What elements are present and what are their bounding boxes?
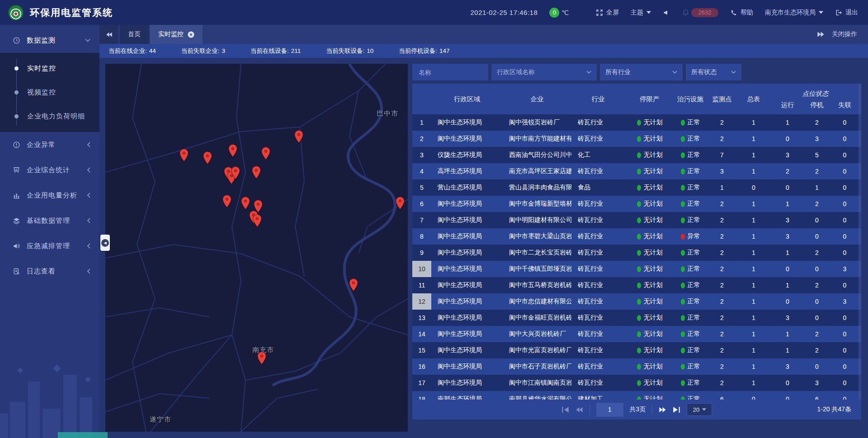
sidebar-item-power-load-detail[interactable]: 企业电力负荷明细	[0, 104, 99, 128]
col-monitor: 监测点	[706, 84, 738, 114]
sidebar-item-label: 日志查看	[27, 267, 56, 276]
chevron-left-icon	[87, 243, 90, 249]
table-scrollbar[interactable]	[859, 84, 861, 400]
status-dot	[681, 152, 685, 158]
region-select-value: 行政区域名称	[497, 68, 535, 76]
announcement-button[interactable]	[663, 9, 670, 16]
alert-circle-icon	[13, 141, 20, 149]
name-search-input[interactable]	[418, 68, 483, 76]
table-row[interactable]: 6 阆中生态环境局 阆中市金博瑞新型墙材 砖瓦行业 无计划 正常 2 1 1 2…	[412, 196, 861, 212]
temperature-unit: ℃	[561, 9, 569, 16]
industry-select[interactable]: 所有行业	[600, 64, 683, 80]
close-icon[interactable]	[188, 31, 194, 38]
table-row[interactable]: 5 营山生态环境局 营山县润丰肉食品有限 食品 无计划 正常 1 0 0 1 0	[412, 179, 861, 196]
sidebar-item-label: 企业异常	[27, 141, 56, 149]
first-page-button[interactable]	[561, 407, 569, 413]
table-row[interactable]: 16 阆中生态环境局 阆中市石子页岩机砖厂 砖瓦行业 无计划 正常 2 1 3 …	[412, 358, 861, 375]
status-dot	[637, 331, 641, 337]
chevron-down-icon	[731, 71, 736, 74]
name-search-field[interactable]	[412, 64, 488, 80]
map-pin-icon[interactable]	[241, 197, 250, 210]
map-pin-icon[interactable]	[294, 130, 304, 143]
sidebar-item-emergency-reduction[interactable]: 应急减排管理	[0, 233, 99, 259]
table-row[interactable]: 15 阆中生态环境局 阆中市光富页岩机砖厂 砖瓦行业 无计划 正常 2 1 1 …	[412, 342, 861, 358]
city-skyline-watermark	[0, 366, 99, 438]
status-dot	[681, 348, 685, 353]
org-name: 南充市生态环境局	[765, 9, 816, 17]
sidebar-submenu: 实时监控 视频监控 企业电力负荷明细	[0, 53, 99, 132]
next-page-button[interactable]	[659, 407, 666, 413]
map-pin-icon[interactable]	[228, 144, 238, 157]
gauge-icon	[13, 37, 20, 44]
caret-down-icon	[646, 11, 651, 14]
table-row[interactable]: 2 阆中生态环境局 阆中市南方节能建材有 砖瓦行业 无计划 正常 2 1 0 3…	[412, 131, 861, 147]
last-page-button[interactable]	[673, 407, 680, 413]
sidebar-item-realtime-monitor[interactable]: 实时监控	[0, 57, 99, 80]
tab-home[interactable]: 首页	[120, 25, 149, 44]
map-pin-icon[interactable]	[349, 278, 359, 292]
sidebar-item-video-monitor[interactable]: 视频监控	[0, 80, 99, 104]
status-dot	[637, 364, 641, 370]
sidebar-item-power-analysis[interactable]: 企业用电量分析	[0, 183, 99, 208]
map-collapse-button[interactable]: ◀	[100, 235, 110, 251]
table-row[interactable]: 11 阆中生态环境局 阆中市五马桥页岩机砖 砖瓦行业 无计划 正常 2 1 1 …	[412, 277, 861, 293]
table-row[interactable]: 18 南部生态环境局 南部县难华水泥有限公 建材加工 无计划 正常 6 0 0 …	[412, 391, 861, 400]
sidebar-item-label: 企业综合统计	[27, 166, 70, 174]
sidebar-item-data-monitoring[interactable]: 数据监测	[0, 28, 99, 53]
col-region: 行政区域	[431, 84, 503, 114]
logout-button[interactable]: 退出	[835, 9, 858, 17]
table-row[interactable]: 4 高坪生态环境局 南充市高坪区王家店建 砖瓦行业 无计划 正常 3 1 2 2…	[412, 163, 861, 179]
bar-chart-icon	[13, 192, 20, 199]
map-pin-icon[interactable]	[203, 151, 212, 165]
tab-label: 首页	[128, 30, 141, 38]
org-dropdown[interactable]: 南充市生态环境局	[765, 9, 823, 17]
status-select[interactable]: 所有状态	[686, 64, 741, 80]
map-pin-icon[interactable]	[231, 166, 240, 179]
sidebar-item-base-data[interactable]: 基础数据管理	[0, 208, 99, 233]
map-pin-icon[interactable]	[261, 147, 271, 160]
tab-realtime-monitor[interactable]: 实时监控	[150, 25, 203, 44]
stat-stopped-devices: 当前停机设备:147	[399, 47, 449, 55]
table-row[interactable]: 17 阆中生态环境局 阆中市江南镇阆南页岩 砖瓦行业 无计划 正常 2 1 0 …	[412, 375, 861, 391]
status-dot	[681, 185, 685, 191]
theme-label: 主题	[631, 9, 643, 17]
col-stopped: 停机	[806, 99, 828, 114]
tab-label: 实时监控	[158, 30, 184, 38]
chevron-down-icon	[85, 38, 90, 42]
region-select[interactable]: 行政区域名称	[491, 64, 597, 80]
table-row[interactable]: 1 阆中生态环境局 阆中强锐页岩砖厂 砖瓦行业 无计划 正常 2 1 1 2 0	[412, 114, 861, 131]
sidebar-item-enterprise-anomaly[interactable]: 企业异常	[0, 132, 99, 157]
table-row[interactable]: 10 阆中生态环境局 阆中千佛镇五郎垭页岩 砖瓦行业 无计划 正常 2 1 0 …	[412, 261, 861, 277]
close-operations-dropdown[interactable]: 关闭操作	[832, 30, 857, 38]
sidebar-item-enterprise-statistics[interactable]: 企业综合统计	[0, 157, 99, 183]
fullscreen-button[interactable]: 全屏	[596, 9, 619, 17]
speaker-icon	[663, 9, 670, 16]
map-panel[interactable]: 巴中市南充市遂宁市	[105, 64, 408, 432]
table-row[interactable]: 9 阆中生态环境局 阆中市二龙长宝页岩砖 砖瓦行业 无计划 正常 2 1 1 2…	[412, 245, 861, 261]
map-pin-icon[interactable]	[251, 166, 261, 179]
map-pin-icon[interactable]	[222, 195, 231, 208]
help-button[interactable]: 帮助	[730, 9, 753, 17]
table-row[interactable]: 8 阆中生态环境局 阆中市枣碧大梁山页岩 砖瓦行业 无计划 异常 2 1 3 0…	[412, 228, 861, 245]
map-pin-icon[interactable]	[396, 197, 405, 210]
theme-dropdown[interactable]: 主题	[631, 9, 651, 17]
map-pin-icon[interactable]	[252, 214, 262, 227]
table-row[interactable]: 12 阆中生态环境局 阆中市忠信建材有限公 砖瓦行业 无计划 正常 2 1 0 …	[412, 293, 861, 310]
phone-icon	[730, 9, 737, 16]
table-row[interactable]: 14 阆中生态环境局 阆中大兴页岩机砖厂 砖瓦行业 无计划 正常 2 1 1 2…	[412, 326, 861, 342]
notifications-button[interactable]: 2632	[682, 8, 718, 17]
tabs-scroll-left-button[interactable]	[99, 25, 118, 44]
table-row[interactable]: 7 阆中生态环境局 阆中明阳建材有限公司 砖瓦行业 无计划 正常 2 1 3 0…	[412, 212, 861, 228]
table-row[interactable]: 13 阆中生态环境局 阆中市金福旺页岩机砖 砖瓦行业 无计划 正常 2 1 3 …	[412, 310, 861, 326]
map-pin-icon[interactable]	[257, 352, 266, 365]
map-pin-icon[interactable]	[179, 149, 189, 162]
bullet-icon	[14, 66, 19, 71]
page-size-select[interactable]: 20	[687, 403, 712, 416]
status-dot	[637, 120, 641, 126]
table-row[interactable]: 3 仪陇生态环境局 西南油气田分公司川中 化工 无计划 正常 7 1 3 5 0	[412, 147, 861, 163]
sidebar-item-log-view[interactable]: 日志查看	[0, 259, 99, 284]
page-number-input[interactable]	[596, 403, 623, 417]
prev-page-button[interactable]	[576, 407, 583, 413]
chevron-down-icon	[586, 71, 591, 74]
chevrons-right-icon[interactable]	[817, 32, 825, 37]
